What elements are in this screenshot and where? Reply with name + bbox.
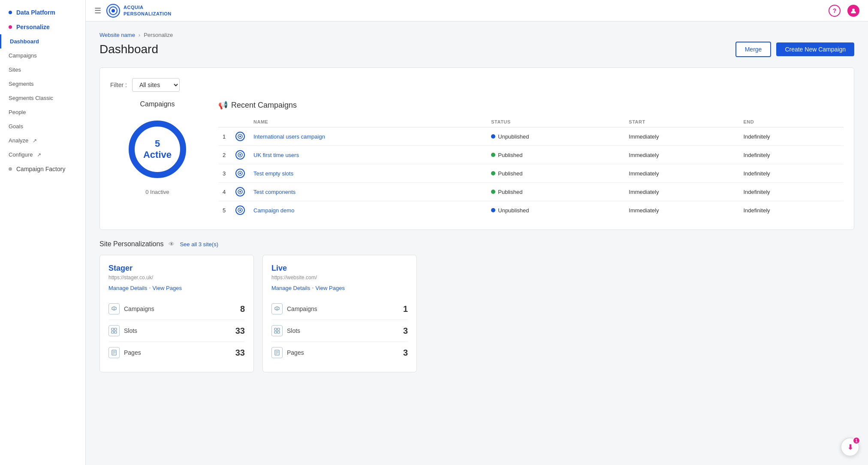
campaign-name-link[interactable]: Campaign demo (253, 207, 294, 214)
main-content: ☰ ACQUIAPERSONALIZATION ? (86, 0, 868, 465)
col-num (218, 117, 231, 127)
campaign-factory-icon (9, 167, 12, 171)
status-label: Published (498, 170, 522, 177)
manage-details-link[interactable]: Manage Details (271, 285, 310, 291)
sidebar-item-dashboard[interactable]: Dashboard (0, 34, 85, 48)
sidebar-item-data-platform[interactable]: Data Platform (0, 5, 85, 20)
stat-icon-slots (271, 325, 283, 336)
filter-row: Filter : All sites Stager Live (110, 78, 844, 92)
brand-name: ACQUIAPERSONALIZATION (124, 4, 172, 17)
topbar-left: ☰ ACQUIAPERSONALIZATION (94, 4, 172, 18)
donut-container: 5 Active (123, 115, 192, 184)
stat-icon-campaigns (271, 303, 283, 314)
campaign-name-link[interactable]: UK first time users (253, 152, 299, 158)
page-actions: Merge Create New Campaign (735, 42, 854, 57)
site-stat-value: 33 (235, 326, 245, 336)
sidebar-item-configure[interactable]: Configure ↗ (0, 148, 85, 162)
recent-campaigns-header: 📢 Recent Campaigns (218, 100, 844, 110)
row-num: 1 (218, 127, 231, 146)
manage-details-link[interactable]: Manage Details (108, 285, 147, 291)
sidebar-item-segments[interactable]: Segments (0, 77, 85, 91)
breadcrumb-section: Personalize (144, 32, 173, 38)
row-campaign-name[interactable]: Test empty slots (249, 164, 487, 183)
site-card-links: Manage Details • View Pages (108, 285, 245, 291)
sidebar-item-goals[interactable]: Goals (0, 119, 85, 133)
row-campaign-icon (231, 146, 249, 164)
sidebar-item-personalize[interactable]: Personalize (0, 20, 85, 34)
site-stat-value: 3 (403, 348, 408, 358)
row-num: 5 (218, 201, 231, 220)
donut-active-count: 5 Active (140, 138, 175, 160)
link-separator: • (149, 285, 151, 291)
recent-campaigns-title: Recent Campaigns (231, 101, 297, 110)
svg-rect-23 (274, 328, 277, 330)
sidebar-item-sites[interactable]: Sites (0, 63, 85, 77)
site-stat-label: Pages (124, 349, 141, 356)
view-pages-link[interactable]: View Pages (153, 285, 182, 291)
row-campaign-name[interactable]: Campaign demo (249, 201, 487, 220)
status-badge: Unpublished (491, 207, 620, 214)
donut-inactive-label: 0 Inactive (110, 189, 205, 195)
notification-badge[interactable]: ⬇ 1 (841, 438, 859, 456)
site-stat-label: Campaigns (287, 305, 317, 312)
site-stat-label: Slots (124, 327, 137, 334)
sidebar-item-label: Campaigns (9, 52, 37, 59)
campaign-name-link[interactable]: International users campaign (253, 133, 325, 140)
sidebar-item-people[interactable]: People (0, 105, 85, 119)
stat-icon-pages (108, 347, 120, 358)
donut-center: 5 Active (140, 138, 175, 160)
data-platform-icon (9, 11, 12, 14)
site-stat-row-pages: Pages 33 (108, 342, 245, 363)
create-campaign-button[interactable]: Create New Campaign (776, 42, 854, 56)
campaign-name-link[interactable]: Test components (253, 189, 295, 195)
campaign-name-link[interactable]: Test empty slots (253, 170, 293, 177)
sidebar-item-segments-classic[interactable]: Segments Classic (0, 91, 85, 105)
campaign-icon-shape (235, 150, 245, 160)
site-stat-row-slots: Slots 33 (108, 320, 245, 342)
row-campaign-name[interactable]: UK first time users (249, 146, 487, 164)
row-campaign-status: Published (487, 164, 624, 183)
table-row: 5 Campaign demo Unpublished Immediately … (218, 201, 844, 220)
status-label: Published (498, 189, 522, 195)
status-label: Unpublished (498, 207, 529, 214)
site-card-stager: Stager https://stager.co.uk/ Manage Deta… (99, 255, 254, 372)
sidebar-item-analyze[interactable]: Analyze ↗ (0, 133, 85, 148)
campaign-icon-shape (235, 205, 245, 215)
svg-rect-25 (274, 331, 277, 333)
row-campaign-status: Published (487, 183, 624, 201)
status-dot-unpublished (491, 208, 495, 212)
hamburger-icon[interactable]: ☰ (94, 6, 101, 15)
sidebar-item-campaigns[interactable]: Campaigns (0, 48, 85, 63)
sidebar-item-label: Segments Classic (9, 95, 53, 101)
topbar: ☰ ACQUIAPERSONALIZATION ? (86, 0, 868, 21)
site-stat-row-campaigns: Campaigns 8 (108, 298, 245, 320)
help-icon[interactable]: ? (829, 5, 841, 17)
personalize-icon (9, 25, 12, 29)
breadcrumb-website[interactable]: Website name (99, 32, 135, 38)
analyze-external-icon: ↗ (33, 138, 37, 144)
row-campaign-name[interactable]: International users campaign (249, 127, 487, 146)
svg-rect-16 (115, 328, 117, 330)
site-card-url: https://website.com/ (271, 275, 408, 281)
filter-select[interactable]: All sites Stager Live (132, 78, 180, 92)
sidebar-item-label: Segments (9, 81, 34, 87)
see-all-sites-link[interactable]: See all 3 site(s) (180, 241, 218, 248)
user-avatar-icon[interactable] (847, 5, 859, 17)
row-num: 3 (218, 164, 231, 183)
svg-point-1 (112, 9, 115, 12)
table-row: 3 Test empty slots Published Immediately… (218, 164, 844, 183)
site-stat-row-pages: Pages 3 (271, 342, 408, 363)
eye-icon: 👁 (169, 241, 175, 248)
merge-button[interactable]: Merge (735, 42, 772, 57)
site-stat-left: Campaigns (108, 303, 154, 314)
view-pages-link[interactable]: View Pages (316, 285, 345, 291)
breadcrumb-separator: › (139, 32, 140, 38)
row-campaign-name[interactable]: Test components (249, 183, 487, 201)
site-personalizations-header: Site Personalizations 👁 See all 3 site(s… (99, 240, 854, 248)
site-card-url: https://stager.co.uk/ (108, 275, 245, 281)
sidebar-item-label: Dashboard (10, 38, 39, 45)
row-start: Immediately (624, 127, 739, 146)
status-dot-published (491, 171, 495, 175)
sidebar-item-campaign-factory[interactable]: Campaign Factory (0, 162, 85, 176)
row-start: Immediately (624, 201, 739, 220)
